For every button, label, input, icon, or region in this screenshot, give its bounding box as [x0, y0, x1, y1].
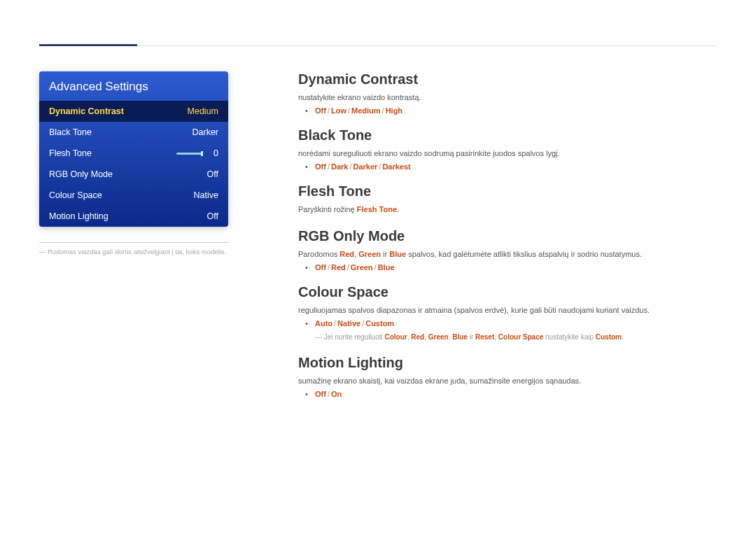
heading: Motion Lighting: [298, 355, 717, 371]
options: Off/Red/Green/Blue: [308, 263, 717, 272]
panel-row[interactable]: Colour SpaceNative: [39, 185, 228, 206]
heading: Black Tone: [298, 127, 717, 143]
section-motion-lighting: Motion Lighting sumažinę ekrano skaistį,…: [298, 355, 717, 398]
panel-row[interactable]: RGB Only ModeOff: [39, 164, 228, 185]
heading: RGB Only Mode: [298, 228, 717, 244]
heading: Colour Space: [298, 284, 717, 300]
panel-row-value: Off: [207, 169, 218, 179]
desc: reguliuojamas spalvos diapazonas ir atma…: [298, 304, 717, 316]
option: High: [386, 106, 402, 115]
desc: nustatykite ekrano vaizdo kontrastą.: [298, 92, 717, 104]
panel-row-label: Dynamic Contrast: [49, 106, 124, 116]
panel-row[interactable]: Flesh Tone0: [39, 143, 228, 164]
panel-title: Advanced Settings: [39, 71, 228, 101]
option: On: [331, 390, 342, 398]
section-black-tone: Black Tone norėdami sureguliuoti ekrano …: [298, 127, 717, 171]
section-flesh-tone: Flesh Tone Paryškinti rožinę Flesh Tone.: [298, 183, 717, 216]
option: Auto: [315, 319, 332, 328]
panel-row[interactable]: Black ToneDarker: [39, 122, 228, 143]
text: .: [397, 205, 399, 213]
option: Darker: [353, 162, 377, 171]
section-dynamic-contrast: Dynamic Contrast nustatykite ekrano vaiz…: [298, 71, 717, 115]
desc: sumažinę ekrano skaistį, kai vaizdas ekr…: [298, 375, 717, 387]
option: Red: [331, 263, 346, 272]
option: Low: [331, 106, 346, 115]
em: Flesh Tone: [357, 205, 397, 213]
option: Darkest: [382, 162, 410, 171]
colour-space-note: Jei norite reguliuoti Colour, Red, Green…: [315, 332, 717, 342]
option: Custom: [365, 319, 394, 328]
section-rgb-only-mode: RGB Only Mode Parodomos Red, Green ir Bl…: [298, 228, 717, 272]
option: Off: [315, 162, 326, 171]
footnote-rule: [39, 242, 228, 243]
model-disclaimer: Rodomas vaizdas gali skirtis atsižvelgia…: [39, 247, 249, 257]
panel-row-value: Native: [194, 190, 218, 200]
option: Dark: [331, 162, 348, 171]
options: Off/On: [308, 390, 717, 398]
header-rule: [39, 27, 717, 46]
panel-row-label: Colour Space: [49, 190, 102, 200]
panel-row-value: Medium: [188, 106, 218, 116]
desc: Parodomos Red, Green ir Blue spalvos, ka…: [298, 248, 717, 260]
panel-row-value: 0: [209, 148, 218, 158]
text: Paryškinti rožinę: [298, 205, 357, 213]
options: Auto/Native/Custom: [308, 319, 717, 328]
options: Off/Low/Medium/High: [308, 106, 717, 115]
panel-row-label: Black Tone: [49, 127, 92, 137]
panel-row-label: Flesh Tone: [49, 148, 92, 158]
desc: Paryškinti rožinę Flesh Tone.: [298, 204, 717, 216]
section-colour-space: Colour Space reguliuojamas spalvos diapa…: [298, 284, 717, 342]
option: Off: [315, 263, 326, 272]
option: Off: [315, 390, 326, 398]
slider[interactable]: [176, 153, 203, 155]
options: Off/Dark/Darker/Darkest: [308, 162, 717, 171]
heading: Dynamic Contrast: [298, 71, 717, 87]
panel-row[interactable]: Motion LightingOff: [39, 206, 228, 227]
panel-row-value: Darker: [192, 127, 218, 137]
panel-row-value: Off: [207, 211, 218, 221]
panel-row-label: RGB Only Mode: [49, 169, 113, 179]
option: Medium: [351, 106, 381, 115]
panel-row-label: Motion Lighting: [49, 211, 108, 221]
option: Blue: [378, 263, 395, 272]
panel-row[interactable]: Dynamic ContrastMedium: [39, 101, 228, 122]
desc: norėdami sureguliuoti ekrano vaizdo sodr…: [298, 148, 717, 160]
option: Green: [351, 263, 373, 272]
option: Off: [315, 106, 326, 115]
settings-panel: Advanced Settings Dynamic ContrastMedium…: [39, 71, 228, 227]
heading: Flesh Tone: [298, 183, 717, 199]
option: Native: [337, 319, 360, 328]
